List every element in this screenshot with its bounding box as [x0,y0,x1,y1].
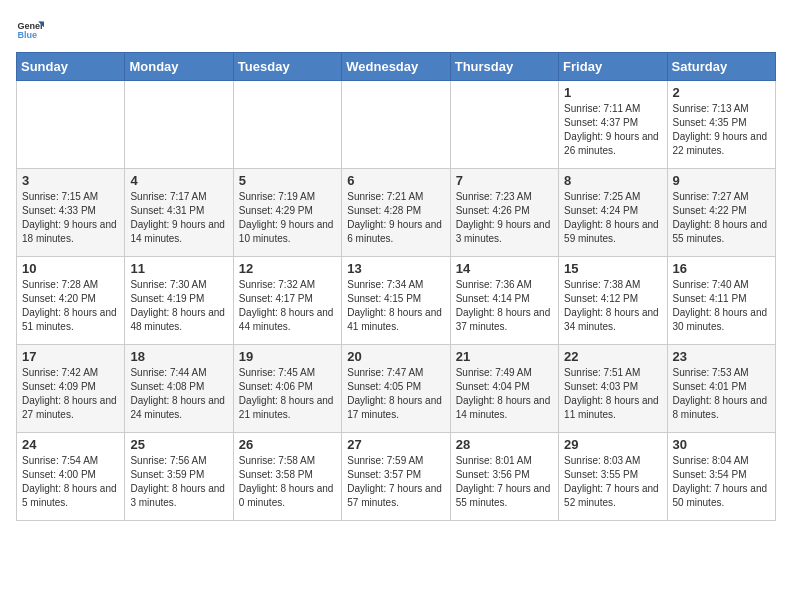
day-number: 1 [564,85,661,100]
day-info: Sunrise: 7:13 AM Sunset: 4:35 PM Dayligh… [673,102,770,158]
logo-icon: General Blue [16,16,44,44]
day-info: Sunrise: 7:59 AM Sunset: 3:57 PM Dayligh… [347,454,444,510]
calendar-cell [125,81,233,169]
calendar-cell: 25Sunrise: 7:56 AM Sunset: 3:59 PM Dayli… [125,433,233,521]
day-info: Sunrise: 7:30 AM Sunset: 4:19 PM Dayligh… [130,278,227,334]
calendar-cell: 9Sunrise: 7:27 AM Sunset: 4:22 PM Daylig… [667,169,775,257]
calendar-cell: 30Sunrise: 8:04 AM Sunset: 3:54 PM Dayli… [667,433,775,521]
calendar-cell: 14Sunrise: 7:36 AM Sunset: 4:14 PM Dayli… [450,257,558,345]
day-info: Sunrise: 7:25 AM Sunset: 4:24 PM Dayligh… [564,190,661,246]
calendar-cell: 13Sunrise: 7:34 AM Sunset: 4:15 PM Dayli… [342,257,450,345]
day-info: Sunrise: 7:38 AM Sunset: 4:12 PM Dayligh… [564,278,661,334]
day-info: Sunrise: 7:34 AM Sunset: 4:15 PM Dayligh… [347,278,444,334]
day-info: Sunrise: 7:58 AM Sunset: 3:58 PM Dayligh… [239,454,336,510]
day-number: 20 [347,349,444,364]
day-number: 10 [22,261,119,276]
day-info: Sunrise: 7:15 AM Sunset: 4:33 PM Dayligh… [22,190,119,246]
day-number: 19 [239,349,336,364]
calendar-cell: 12Sunrise: 7:32 AM Sunset: 4:17 PM Dayli… [233,257,341,345]
calendar-cell [233,81,341,169]
day-info: Sunrise: 7:27 AM Sunset: 4:22 PM Dayligh… [673,190,770,246]
day-number: 11 [130,261,227,276]
day-header-wednesday: Wednesday [342,53,450,81]
day-info: Sunrise: 7:32 AM Sunset: 4:17 PM Dayligh… [239,278,336,334]
calendar-cell: 20Sunrise: 7:47 AM Sunset: 4:05 PM Dayli… [342,345,450,433]
calendar-cell [450,81,558,169]
day-header-tuesday: Tuesday [233,53,341,81]
day-header-thursday: Thursday [450,53,558,81]
day-number: 30 [673,437,770,452]
day-info: Sunrise: 7:21 AM Sunset: 4:28 PM Dayligh… [347,190,444,246]
calendar-cell: 22Sunrise: 7:51 AM Sunset: 4:03 PM Dayli… [559,345,667,433]
calendar-cell: 27Sunrise: 7:59 AM Sunset: 3:57 PM Dayli… [342,433,450,521]
day-number: 22 [564,349,661,364]
day-number: 9 [673,173,770,188]
day-number: 13 [347,261,444,276]
day-number: 8 [564,173,661,188]
day-info: Sunrise: 7:47 AM Sunset: 4:05 PM Dayligh… [347,366,444,422]
day-number: 26 [239,437,336,452]
day-number: 24 [22,437,119,452]
calendar-cell: 23Sunrise: 7:53 AM Sunset: 4:01 PM Dayli… [667,345,775,433]
day-number: 23 [673,349,770,364]
calendar-cell: 17Sunrise: 7:42 AM Sunset: 4:09 PM Dayli… [17,345,125,433]
calendar-cell: 24Sunrise: 7:54 AM Sunset: 4:00 PM Dayli… [17,433,125,521]
calendar-cell: 11Sunrise: 7:30 AM Sunset: 4:19 PM Dayli… [125,257,233,345]
day-header-monday: Monday [125,53,233,81]
day-info: Sunrise: 7:51 AM Sunset: 4:03 PM Dayligh… [564,366,661,422]
day-number: 7 [456,173,553,188]
day-number: 17 [22,349,119,364]
day-info: Sunrise: 7:19 AM Sunset: 4:29 PM Dayligh… [239,190,336,246]
calendar-cell: 16Sunrise: 7:40 AM Sunset: 4:11 PM Dayli… [667,257,775,345]
day-info: Sunrise: 7:53 AM Sunset: 4:01 PM Dayligh… [673,366,770,422]
day-header-friday: Friday [559,53,667,81]
day-number: 29 [564,437,661,452]
calendar-cell: 1Sunrise: 7:11 AM Sunset: 4:37 PM Daylig… [559,81,667,169]
calendar-cell: 4Sunrise: 7:17 AM Sunset: 4:31 PM Daylig… [125,169,233,257]
calendar-cell: 18Sunrise: 7:44 AM Sunset: 4:08 PM Dayli… [125,345,233,433]
day-info: Sunrise: 7:40 AM Sunset: 4:11 PM Dayligh… [673,278,770,334]
day-info: Sunrise: 7:54 AM Sunset: 4:00 PM Dayligh… [22,454,119,510]
day-number: 5 [239,173,336,188]
day-number: 27 [347,437,444,452]
calendar-cell: 28Sunrise: 8:01 AM Sunset: 3:56 PM Dayli… [450,433,558,521]
calendar-cell: 3Sunrise: 7:15 AM Sunset: 4:33 PM Daylig… [17,169,125,257]
day-info: Sunrise: 7:23 AM Sunset: 4:26 PM Dayligh… [456,190,553,246]
day-header-saturday: Saturday [667,53,775,81]
svg-text:Blue: Blue [17,30,37,40]
day-info: Sunrise: 8:03 AM Sunset: 3:55 PM Dayligh… [564,454,661,510]
calendar-cell [17,81,125,169]
day-info: Sunrise: 7:49 AM Sunset: 4:04 PM Dayligh… [456,366,553,422]
day-number: 15 [564,261,661,276]
calendar-cell: 6Sunrise: 7:21 AM Sunset: 4:28 PM Daylig… [342,169,450,257]
day-info: Sunrise: 8:04 AM Sunset: 3:54 PM Dayligh… [673,454,770,510]
calendar-cell: 21Sunrise: 7:49 AM Sunset: 4:04 PM Dayli… [450,345,558,433]
day-info: Sunrise: 7:28 AM Sunset: 4:20 PM Dayligh… [22,278,119,334]
day-number: 28 [456,437,553,452]
day-number: 14 [456,261,553,276]
day-number: 6 [347,173,444,188]
calendar-cell: 2Sunrise: 7:13 AM Sunset: 4:35 PM Daylig… [667,81,775,169]
day-number: 21 [456,349,553,364]
day-header-sunday: Sunday [17,53,125,81]
calendar-cell: 15Sunrise: 7:38 AM Sunset: 4:12 PM Dayli… [559,257,667,345]
day-info: Sunrise: 7:17 AM Sunset: 4:31 PM Dayligh… [130,190,227,246]
calendar-cell: 26Sunrise: 7:58 AM Sunset: 3:58 PM Dayli… [233,433,341,521]
calendar-cell: 8Sunrise: 7:25 AM Sunset: 4:24 PM Daylig… [559,169,667,257]
calendar-cell: 5Sunrise: 7:19 AM Sunset: 4:29 PM Daylig… [233,169,341,257]
day-number: 4 [130,173,227,188]
day-info: Sunrise: 7:56 AM Sunset: 3:59 PM Dayligh… [130,454,227,510]
calendar-cell [342,81,450,169]
calendar-cell: 7Sunrise: 7:23 AM Sunset: 4:26 PM Daylig… [450,169,558,257]
day-info: Sunrise: 7:36 AM Sunset: 4:14 PM Dayligh… [456,278,553,334]
day-number: 16 [673,261,770,276]
calendar-cell: 19Sunrise: 7:45 AM Sunset: 4:06 PM Dayli… [233,345,341,433]
day-number: 25 [130,437,227,452]
day-info: Sunrise: 8:01 AM Sunset: 3:56 PM Dayligh… [456,454,553,510]
day-info: Sunrise: 7:42 AM Sunset: 4:09 PM Dayligh… [22,366,119,422]
day-number: 12 [239,261,336,276]
day-info: Sunrise: 7:45 AM Sunset: 4:06 PM Dayligh… [239,366,336,422]
calendar-cell: 29Sunrise: 8:03 AM Sunset: 3:55 PM Dayli… [559,433,667,521]
day-number: 3 [22,173,119,188]
calendar-table: SundayMondayTuesdayWednesdayThursdayFrid… [16,52,776,521]
